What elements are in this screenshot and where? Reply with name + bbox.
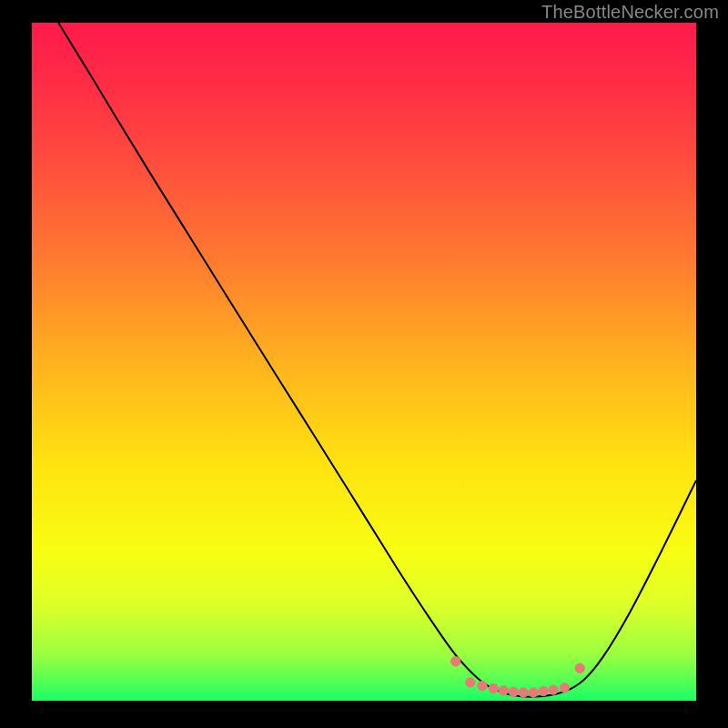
minimum-point-marker <box>560 683 569 693</box>
gradient-background <box>32 23 696 701</box>
minimum-point-marker <box>575 663 584 672</box>
minimum-point-marker <box>519 688 528 697</box>
minimum-point-marker <box>489 683 498 693</box>
minimum-point-marker <box>549 685 558 694</box>
chart-root: TheBottleNecker.com <box>0 0 728 728</box>
minimum-point-marker <box>509 687 518 696</box>
plot-area <box>32 23 696 701</box>
minimum-point-marker <box>539 686 548 695</box>
minimum-point-marker <box>466 678 475 687</box>
attribution-text: TheBottleNecker.com <box>541 2 719 23</box>
chart-canvas <box>0 0 728 728</box>
minimum-point-marker <box>478 681 487 690</box>
minimum-point-marker <box>529 688 538 697</box>
minimum-point-marker <box>499 686 508 695</box>
minimum-point-marker <box>451 657 460 666</box>
